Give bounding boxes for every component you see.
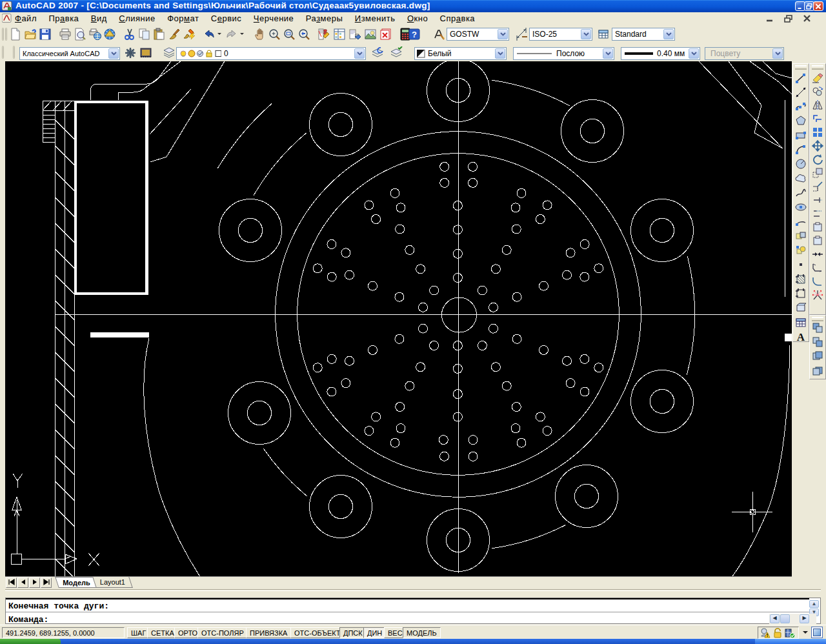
svg-text:?: ? (412, 30, 417, 39)
svg-text:A: A (797, 331, 805, 343)
svg-text:!: ! (767, 632, 769, 638)
